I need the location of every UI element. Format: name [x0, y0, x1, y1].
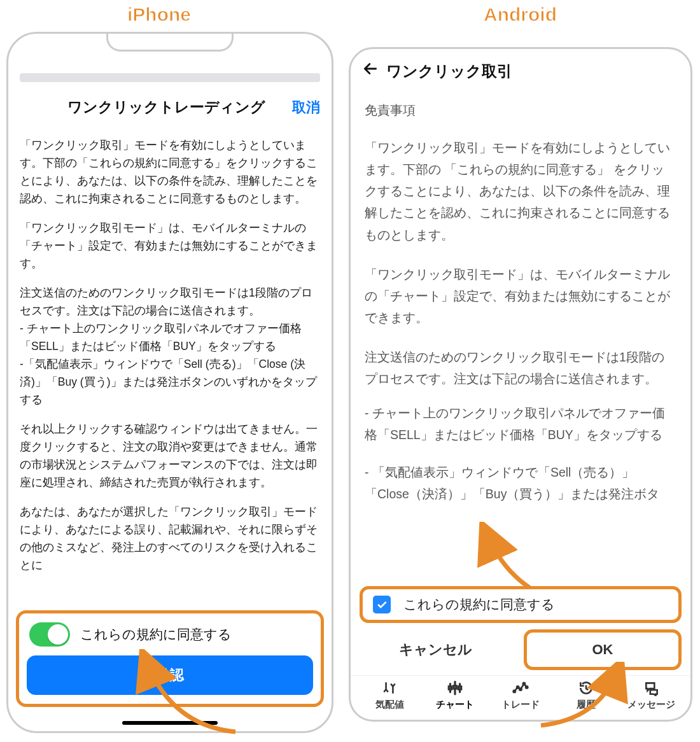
tab-label: トレード: [501, 699, 540, 711]
tab-trade[interactable]: トレード: [490, 680, 551, 711]
tab-label: 履歴: [577, 699, 596, 711]
svg-point-6: [523, 683, 525, 685]
terms-paragraph: - 「気配値表示」ウィンドウで「Sell（売る）」「Close（決済）」「Buy…: [365, 461, 676, 505]
terms-paragraph: 注文送信のためのワンクリック取引モードは1段階のプロセスです。注文は下記の場合に…: [365, 346, 676, 389]
terms-body[interactable]: 「ワンクリック取引」モードを有効にしようとしています。下部の「これらの規約に同意…: [20, 136, 320, 610]
tab-label: 気配値: [375, 699, 404, 711]
svg-point-7: [526, 686, 528, 688]
svg-rect-0: [449, 687, 451, 689]
approve-button[interactable]: 承認: [27, 655, 313, 695]
svg-rect-1: [454, 686, 456, 689]
tab-messages[interactable]: メッセージ: [621, 680, 682, 711]
terms-paragraph: 「ワンクリック取引モード」は、モバイルターミナルの「チャート」設定で、有効または…: [20, 219, 320, 272]
cancel-button[interactable]: 取消: [292, 98, 320, 117]
disclaimer-heading: 免責事項: [365, 99, 676, 122]
chart-icon: [445, 680, 465, 696]
highlight-agree-row: これらの規約に同意する: [360, 586, 682, 623]
home-indicator[interactable]: [122, 721, 218, 725]
iphone-titlebar: ワンクリックトレーディング 取消: [20, 97, 320, 117]
svg-point-5: [519, 689, 521, 690]
quotes-icon: [380, 680, 399, 696]
cancel-button[interactable]: キャンセル: [360, 631, 511, 668]
terms-paragraph: 「ワンクリック取引モード」は、モバイルターミナルの「チャート」設定で、有効または…: [365, 263, 676, 328]
highlight-agree-area: これらの規約に同意する 承認: [16, 610, 324, 707]
bottom-tabbar: 気配値 チャート トレード 履歴 メッセージ: [351, 675, 690, 720]
tab-quotes[interactable]: 気配値: [359, 680, 420, 711]
ok-button[interactable]: OK: [527, 633, 678, 667]
terms-paragraph: 「ワンクリック取引」モードを有効にしようとしています。下部の 「これらの規約に同…: [365, 137, 676, 246]
annotation-android-label: Android: [484, 4, 557, 25]
terms-paragraph: - チャート上のワンクリック取引パネルでオファー価格「SELL」またはビッド価格…: [365, 402, 676, 445]
dialog-button-row: キャンセル OK: [351, 623, 690, 675]
iphone-notch: [106, 32, 234, 52]
terms-paragraph: あなたは、あなたが選択した「ワンクリック取引」モードにより、あなたによる誤り、記…: [20, 503, 320, 574]
terms-paragraph: 注文送信のためのワンクリック取引モードは1段階のプロセスです。注文は下記の場合に…: [20, 284, 320, 409]
arrow-left-icon: [362, 60, 379, 77]
highlight-ok-button: OK: [524, 629, 682, 670]
android-appbar: ワンクリック取引: [351, 60, 690, 93]
page-title: ワンクリック取引: [386, 61, 512, 81]
sheet-drag-handle[interactable]: [20, 73, 320, 82]
back-button[interactable]: [362, 60, 379, 81]
android-device-frame: ワンクリック取引 免責事項 「ワンクリック取引」モードを有効にしようとしています…: [349, 47, 692, 722]
iphone-device-frame: ワンクリックトレーディング 取消 「ワンクリック取引」モードを有効にしようとして…: [6, 32, 333, 733]
agree-label: これらの規約に同意する: [80, 626, 232, 643]
terms-paragraph: 「ワンクリック取引」モードを有効にしようとしています。下部の「これらの規約に同意…: [20, 136, 320, 207]
annotation-iphone-label: iPhone: [127, 4, 191, 25]
tab-label: チャート: [436, 699, 474, 711]
tab-chart[interactable]: チャート: [424, 680, 486, 711]
svg-point-4: [517, 686, 519, 688]
history-icon: [577, 680, 596, 696]
tab-label: メッセージ: [627, 699, 675, 711]
agree-toggle[interactable]: [29, 622, 70, 647]
trade-icon: [511, 680, 530, 696]
message-icon: [642, 680, 661, 696]
agree-checkbox[interactable]: [373, 596, 391, 613]
page-title: ワンクリックトレーディング: [20, 97, 287, 117]
tab-history[interactable]: 履歴: [556, 680, 617, 711]
check-icon: [375, 598, 388, 611]
terms-paragraph: それ以上クリックする確認ウィンドウは出てきません。一度クリックすると、注文の取消…: [20, 420, 320, 491]
svg-rect-2: [459, 687, 461, 689]
svg-point-3: [514, 690, 515, 692]
agree-label: これらの規約に同意する: [403, 596, 555, 613]
terms-scroll[interactable]: 免責事項 「ワンクリック取引」モードを有効にしようとしています。下部の 「これら…: [351, 93, 690, 586]
